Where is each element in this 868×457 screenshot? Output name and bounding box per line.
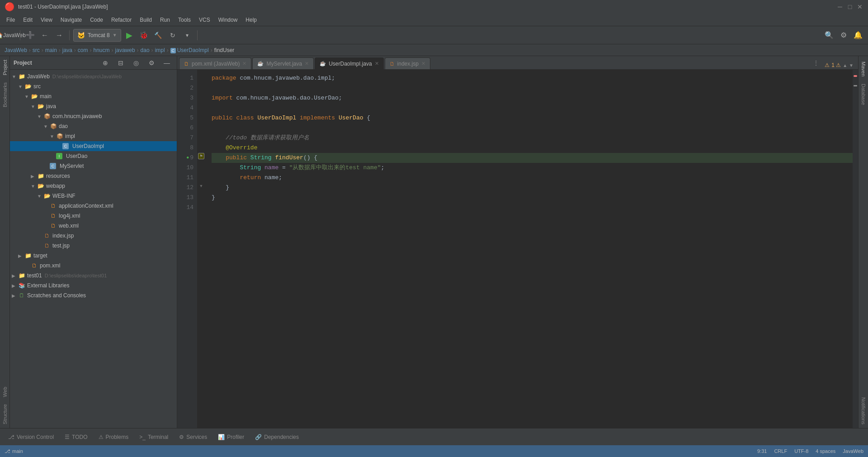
left-vertical-tabs: Project Bookmarks Web Structure <box>0 56 10 428</box>
notifications-button[interactable]: 🔔 <box>852 29 864 42</box>
gutter-bookmark-9[interactable]: ⚑ <box>198 153 204 159</box>
maximize-button[interactable]: □ <box>846 3 854 10</box>
run-config-selector[interactable]: 🐱 Tomcat 8 ▼ <box>73 29 121 42</box>
tab-close-myservlet[interactable]: ✕ <box>305 61 309 67</box>
project-settings[interactable]: ⚙ <box>145 57 158 69</box>
right-tab-notifications[interactable]: Notifications <box>859 394 868 428</box>
tree-item-impl[interactable]: ▼ 📦 impl <box>10 131 177 141</box>
tree-item-package[interactable]: ▼ 📦 com.hnucm.javaweb <box>10 111 177 121</box>
tab-pomxml[interactable]: 🗋 pom.xml (JavaWeb) ✕ <box>179 57 251 69</box>
breadcrumb-main[interactable]: main <box>45 47 57 53</box>
status-line-ending[interactable]: CRLF <box>774 448 787 454</box>
add-config-button[interactable]: ➕ <box>24 29 37 42</box>
reload-button[interactable]: ↻ <box>166 29 179 42</box>
tree-item-main[interactable]: ▼ 📂 main <box>10 91 177 101</box>
breadcrumb-impl[interactable]: impl <box>155 47 165 53</box>
settings-button[interactable]: ⚙ <box>837 29 850 42</box>
more-run-options[interactable]: ▾ <box>181 29 193 42</box>
bottom-tab-versioncontrol[interactable]: ⎇ Version Control <box>4 432 58 442</box>
tab-close-userdaoimpl[interactable]: ✕ <box>375 61 379 67</box>
status-charset[interactable]: UTF-8 <box>794 448 808 454</box>
tree-item-userdaoimpl[interactable]: C UserDaoImpl <box>10 141 177 151</box>
tree-item-userdao[interactable]: I UserDao <box>10 151 177 161</box>
breadcrumb-src[interactable]: src <box>33 47 40 53</box>
tree-item-indexjsp[interactable]: 🗋 index.jsp <box>10 231 177 241</box>
tree-item-external-libs[interactable]: ▶ 📚 External Libraries <box>10 281 177 290</box>
project-add-button[interactable]: ⊕ <box>99 57 112 69</box>
minimize-button[interactable]: ─ <box>836 3 844 10</box>
bottom-tab-services[interactable]: ⚙ Services <box>175 432 212 442</box>
left-tab-project[interactable]: Project <box>1 56 9 79</box>
breadcrumb-dao[interactable]: dao <box>141 47 150 53</box>
breadcrumb-javaweb[interactable]: JavaWeb <box>5 47 27 53</box>
tree-item-webinf[interactable]: ▼ 📂 WEB-INF <box>10 191 177 201</box>
breadcrumb-userdaoimpl[interactable]: CUserDaoImpl <box>170 47 209 53</box>
menu-run[interactable]: Run <box>156 15 174 24</box>
status-indent[interactable]: 4 spaces <box>816 448 835 454</box>
menu-view[interactable]: View <box>37 15 56 24</box>
tree-item-log4j[interactable]: 🗋 log4j.xml <box>10 211 177 221</box>
forward-button[interactable]: → <box>53 29 66 42</box>
status-git[interactable]: ⎇ main <box>5 448 23 454</box>
warning-indicator[interactable]: ⚠ 1 ⚠ ▲ ▼ <box>822 61 856 69</box>
menu-file[interactable]: File <box>3 15 19 24</box>
menu-build[interactable]: Build <box>136 15 156 24</box>
tree-item-src[interactable]: ▼ 📂 src <box>10 81 177 91</box>
breadcrumb-hnucm[interactable]: hnucm <box>94 47 110 53</box>
tree-item-test01[interactable]: ▶ 📁 test01 D:\eslipselibs\ideapro\test01 <box>10 271 177 281</box>
right-tab-database[interactable]: Database <box>859 80 868 109</box>
left-tab-web[interactable]: Web <box>1 383 9 400</box>
left-tab-structure[interactable]: Structure <box>1 400 9 428</box>
tab-indexjsp[interactable]: 🗋 index.jsp ✕ <box>385 57 430 69</box>
left-tab-bookmarks[interactable]: Bookmarks <box>1 79 9 111</box>
tree-item-webxml[interactable]: 🗋 web.xml <box>10 221 177 231</box>
right-tab-maven[interactable]: Maven <box>859 58 868 80</box>
tree-item-testjsp[interactable]: 🗋 test.jsp <box>10 241 177 251</box>
menu-code[interactable]: Code <box>86 15 107 24</box>
bottom-tab-profiler[interactable]: 📊 Profiler <box>213 432 249 442</box>
back-button[interactable]: ← <box>38 29 51 42</box>
project-selector[interactable]: 🏠 JavaWeb <box>4 29 16 42</box>
tree-item-webapp[interactable]: ▼ 📂 webapp <box>10 181 177 191</box>
bottom-tab-terminal[interactable]: >_ Terminal <box>135 432 173 442</box>
menu-tools[interactable]: Tools <box>175 15 194 24</box>
tree-item-dao[interactable]: ▼ 📦 dao <box>10 121 177 131</box>
project-collapse-all[interactable]: ⊟ <box>114 57 127 69</box>
tree-item-javaweb[interactable]: ▼ 📁 JavaWeb D:\eslipselibs\ideapro\JavaW… <box>10 71 177 81</box>
debug-button[interactable]: 🐞 <box>137 29 150 42</box>
project-hide[interactable]: — <box>160 57 173 69</box>
close-button[interactable]: ✕ <box>856 3 863 10</box>
menu-window[interactable]: Window <box>215 15 241 24</box>
tree-item-appcontext[interactable]: 🗋 applicationContext.xml <box>10 201 177 211</box>
tree-item-target[interactable]: ▶ 📁 target <box>10 251 177 261</box>
menu-refactor[interactable]: Refactor <box>108 15 135 24</box>
bottom-tab-dependencies[interactable]: 🔗 Dependencies <box>250 432 303 442</box>
bottom-tab-todo[interactable]: ☰ TODO <box>60 432 92 442</box>
tree-item-scratches[interactable]: ▶ 🗒 Scratches and Consoles <box>10 290 177 300</box>
tab-userdaoimpl[interactable]: ☕ UserDaoImpl.java ✕ <box>315 57 383 69</box>
status-project[interactable]: JavaWeb <box>843 448 863 454</box>
tree-item-myservlet[interactable]: C MyServlet <box>10 161 177 171</box>
tab-close-indexjsp[interactable]: ✕ <box>421 61 425 67</box>
menu-vcs[interactable]: VCS <box>195 15 214 24</box>
menu-navigate[interactable]: Navigate <box>57 15 85 24</box>
breadcrumb-java[interactable]: java <box>62 47 72 53</box>
tree-item-pomxml[interactable]: 🗋 pom.xml <box>10 261 177 271</box>
tabs-more-button[interactable]: ⋮ <box>810 59 822 67</box>
project-scroll-from-source[interactable]: ◎ <box>130 57 142 69</box>
run-button[interactable]: ▶ <box>123 29 136 42</box>
tree-item-java[interactable]: ▼ 📂 java <box>10 101 177 111</box>
gutter-fold-12[interactable]: ▼ <box>198 183 204 189</box>
breadcrumb-javaweb2[interactable]: javaweb <box>115 47 135 53</box>
search-everywhere-button[interactable]: 🔍 <box>823 29 835 42</box>
build-button[interactable]: 🔨 <box>152 29 165 42</box>
tree-item-resources[interactable]: ▶ 📁 resources <box>10 171 177 181</box>
tab-myservlet[interactable]: ☕ MyServlet.java ✕ <box>252 57 314 69</box>
bottom-tab-problems[interactable]: ⚠ Problems <box>94 432 133 442</box>
menu-edit[interactable]: Edit <box>19 15 36 24</box>
tab-close-pomxml[interactable]: ✕ <box>242 61 246 67</box>
breadcrumb-com[interactable]: com <box>78 47 88 53</box>
menu-help[interactable]: Help <box>242 15 260 24</box>
status-position[interactable]: 9:31 <box>757 448 767 454</box>
code-editor[interactable]: package com.hnucm.javaweb.dao.impl; impo… <box>206 70 853 428</box>
